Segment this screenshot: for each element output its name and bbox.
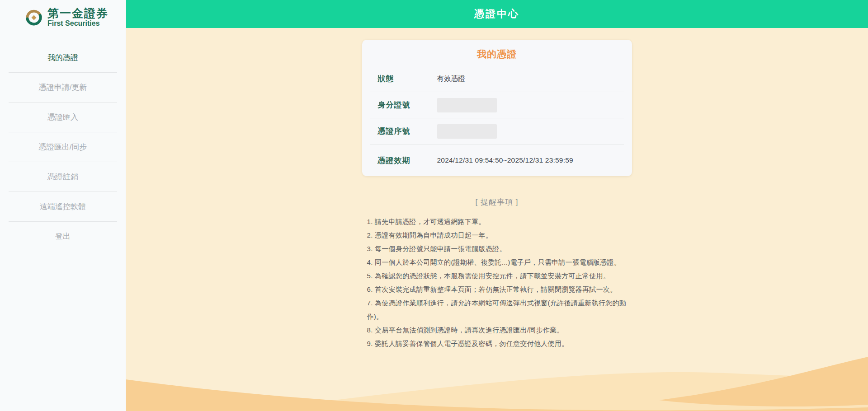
notice-item: 8. 交易平台無法偵測到憑證時，請再次進行憑證匯出/同步作業。	[367, 323, 627, 337]
certificate-row-label: 憑證效期	[378, 155, 437, 166]
notice-item: 7. 為使憑證作業順利進行，請允許本網站可傳送彈出式視窗(允許後請重新執行您的動…	[367, 296, 627, 323]
wave-decoration	[126, 352, 868, 411]
page-title: 憑證中心	[474, 7, 519, 21]
sidebar-menu-cell: 我的憑證	[0, 43, 126, 73]
brand-text: 第一金證券 First Securities	[47, 7, 108, 28]
sidebar-item-label: 憑證申請/更新	[39, 82, 87, 93]
sidebar-item-label: 遠端遙控軟體	[40, 201, 86, 212]
notice-item: 3. 每一個身分證號只能申請一張電腦版憑證。	[367, 242, 627, 256]
certificate-row-value: 有效憑證	[437, 74, 466, 84]
sidebar-menu-cell: 登出	[0, 222, 126, 251]
certificate-row: 憑證效期 2024/12/31 09:54:50~2025/12/31 23:5…	[370, 145, 624, 176]
sidebar-item-label: 憑證匯出/同步	[39, 142, 87, 152]
certificate-row-label: 狀態	[378, 74, 437, 84]
notice-item: 9. 委託人請妥善保管個人電子憑證及密碼，勿任意交付他人使用。	[367, 337, 627, 350]
sidebar-item-label: 憑證註銷	[47, 172, 78, 182]
sidebar-item[interactable]: 憑證匯入	[0, 103, 126, 132]
certificate-row-label: 憑證序號	[378, 126, 437, 136]
main-content: 我的憑證 狀態 有效憑證 身分證號 憑證序號	[126, 28, 868, 411]
first-securities-logo-icon	[24, 8, 43, 27]
card-title: 我的憑證	[362, 40, 632, 66]
notice-item: 2. 憑證有效期間為自申請成功日起一年。	[367, 229, 627, 242]
sidebar-item-label: 我的憑證	[47, 52, 78, 63]
sidebar-menu-cell: 憑證匯入	[0, 103, 126, 132]
sidebar-menu-cell: 憑證匯出/同步	[0, 132, 126, 162]
notice-item: 6. 首次安裝完成請重新整理本頁面；若仍無法正常執行，請關閉瀏覽器再試一次。	[367, 283, 627, 296]
brand-name-en: First Securities	[47, 20, 108, 28]
certificate-row: 憑證序號	[370, 118, 624, 145]
certificate-row-label: 身分證號	[378, 100, 437, 110]
sidebar-menu: 我的憑證 憑證申請/更新 憑證匯入 憑證匯出/同步	[0, 43, 126, 251]
notice-item: 1. 請先申請憑證，才可透過網路下單。	[367, 215, 627, 229]
sidebar: 第一金證券 First Securities 我的憑證 憑證申請/更新	[0, 0, 126, 411]
brand-name-zh: 第一金證券	[47, 7, 108, 19]
sidebar-item-label: 憑證匯入	[47, 112, 78, 122]
sidebar-menu-cell: 憑證申請/更新	[0, 73, 126, 103]
certificate-row: 身分證號	[370, 92, 624, 118]
wave-shapes-icon	[126, 352, 868, 411]
certificate-row-value: 2024/12/31 09:54:50~2025/12/31 23:59:59	[437, 156, 573, 164]
header-bar: 憑證中心	[126, 0, 868, 28]
notice-item: 5. 為確認您的憑證狀態，本服務需使用安控元件，請下載並安裝方可正常使用。	[367, 269, 627, 283]
sidebar-menu-cell: 憑證註銷	[0, 162, 126, 192]
sidebar-item[interactable]: 我的憑證	[0, 43, 126, 72]
sidebar-item-label: 登出	[55, 231, 71, 242]
sidebar-item[interactable]: 登出	[0, 222, 126, 251]
brand-logo: 第一金證券 First Securities	[24, 7, 126, 28]
notice-title: [ 提醒事項 ]	[126, 197, 868, 207]
certificate-row: 狀態 有效憑證	[370, 66, 624, 92]
redacted-value-box	[437, 124, 497, 139]
sidebar-item[interactable]: 憑證申請/更新	[0, 73, 126, 102]
certificate-rows: 狀態 有效憑證 身分證號 憑證序號 憑證效期	[362, 66, 632, 176]
notice-item: 4. 同一個人於本公司開立的(證期權、複委託...)電子戶，只需申請一張電腦版憑…	[367, 256, 627, 269]
sidebar-item[interactable]: 遠端遙控軟體	[0, 192, 126, 221]
certificate-card: 我的憑證 狀態 有效憑證 身分證號 憑證序號	[362, 40, 632, 176]
sidebar-item[interactable]: 憑證匯出/同步	[0, 132, 126, 162]
sidebar-menu-cell: 遠端遙控軟體	[0, 192, 126, 222]
sidebar-item[interactable]: 憑證註銷	[0, 162, 126, 191]
notice-list: 1. 請先申請憑證，才可透過網路下單。 2. 憑證有效期間為自申請成功日起一年。…	[367, 215, 627, 350]
redacted-value-box	[437, 98, 497, 112]
